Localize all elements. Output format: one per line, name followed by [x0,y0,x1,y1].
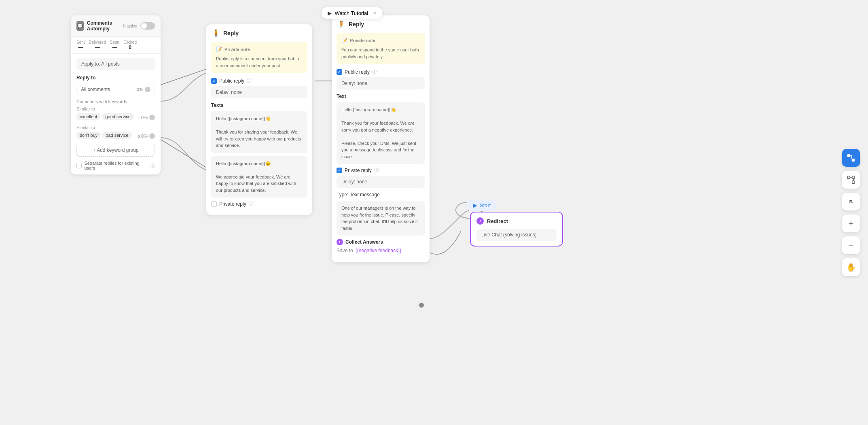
right-note-icon: 📝 [341,37,347,44]
similar-to-label-1: Similar to [76,106,155,111]
toolbar-connect-btn[interactable] [842,149,860,167]
svg-rect-3 [847,154,850,157]
add-keyword-btn[interactable]: + Add keyword group [76,144,155,157]
left-reply-title: Reply [223,30,239,36]
right-text-label: Text [332,94,430,99]
stat-sent-label: Sent [76,40,85,45]
left-private-reply-row[interactable]: Private reply ⓘ [211,201,307,207]
group2-dot-btn[interactable] [149,133,155,139]
svg-line-0 [160,69,207,85]
toggle-switch[interactable] [140,22,155,30]
toolbar-hand-btn[interactable]: ✋ [842,258,860,276]
left-reply-header: 🧍 Reply [206,24,312,42]
stat-delivered: Delivered — [89,40,106,50]
right-private-reply-row[interactable]: ✓ Private reply ⓘ [337,167,425,173]
right-private-delay-box: Delay: none [337,176,425,188]
right-private-note-box: 📝 Private note You can respond to the sa… [337,33,425,64]
start-label: Start [480,202,491,208]
panel-header-left: 💬 Comments Autoreply [76,20,123,32]
tutorial-close-btn[interactable]: × [373,10,376,16]
panel-title: Comments Autoreply [87,20,123,32]
percent-2: a 0% [138,134,148,138]
left-text-box-1[interactable]: Hello {{instagram name}}👋 Thank you for … [211,111,307,153]
right-private-note-header: 📝 Private note [341,37,420,44]
percent-dot-2: a 0% [138,133,155,139]
right-private-note-text: You can respond to the same user both pu… [341,47,419,59]
right-public-reply-checkbox[interactable]: ✓ [337,69,342,75]
all-percent-badge: 0% [137,87,143,92]
type-label: Type: [337,192,348,198]
inactive-label: Inactive [123,24,137,28]
svg-rect-9 [852,176,855,178]
tag-good-service[interactable]: good service [102,113,133,120]
right-public-reply-row[interactable]: ✓ Public reply ⓘ [337,69,425,75]
toolbar-plus-btn[interactable]: + [842,215,860,232]
all-comments-dot-btn[interactable] [145,87,150,92]
collapse-icon [847,197,855,206]
panel-stats: Sent — Delivered — Seen — Clicked 0 [71,37,161,54]
left-public-reply-checkbox[interactable]: ✓ [211,78,217,84]
svg-rect-7 [847,176,850,178]
redirect-header: ↗ Redirect [476,217,557,225]
collect-answers-header: ✦ Collect Answers [332,239,430,245]
left-public-reply-row[interactable]: ✓ Public reply ⓘ [211,78,307,84]
left-texts-label: Texts [206,102,312,108]
svg-rect-8 [852,181,855,183]
right-public-reply-section: ✓ Public reply ⓘ Delay: none [332,69,430,89]
toolbar-minus-btn[interactable]: − [842,236,860,254]
group1-dot-btn[interactable] [149,115,155,120]
svg-rect-4 [852,159,855,162]
left-delay-box: Delay: none [211,86,307,98]
keyword-group-2-row: don't buy bad service a 0% [76,132,155,140]
start-icon: ▶ [473,202,477,208]
left-private-note-header: 📝 Private note [216,46,303,53]
stat-sent-value: — [76,45,85,50]
right-private-note-title: Private note [350,37,375,44]
left-text-box-2[interactable]: Hello {{instagram name}}😊 We appreciate … [211,156,307,198]
keyword-tags-2: don't buy bad service [76,132,132,139]
keyword-tags-1: excellent good service [76,113,134,120]
right-reply-card: 🧍 Reply 📝 Private note You can respond t… [332,15,430,262]
canvas: ▶ Watch Tutorial × 💬 Comments Autoreply … [0,0,868,425]
keyword-group-1-row: excellent good service ↓ 0% [76,113,155,122]
redirect-card[interactable]: ↗ Redirect Live Chat (solving issues) [470,212,563,246]
tag-bad-service[interactable]: bad service [102,132,131,139]
collect-answers-label: Collect Answers [345,239,383,245]
right-public-reply-info: ⓘ [372,69,377,75]
type-value: Text message [350,192,380,198]
stat-seen-label: Seen [110,40,119,45]
right-reply-title: Reply [349,21,364,28]
separate-replies-info-icon: ⓘ [150,163,155,169]
left-private-reply-checkbox[interactable] [211,201,217,207]
apply-to: Apply to: All posts [76,58,155,70]
left-reply-icon: 🧍 [212,29,220,37]
save-to-row: Save to {{negative feedback}} [332,248,430,258]
stat-clicked: Clicked 0 [123,40,137,50]
left-public-reply-label: Public reply [219,78,244,84]
redirect-title: Redirect [487,218,508,224]
stat-clicked-label: Clicked [123,40,137,45]
left-reply-card: 🧍 Reply 📝 Private note Public reply is a… [206,24,312,215]
toolbar-flow-btn[interactable] [842,171,860,189]
stat-seen: Seen — [110,40,119,50]
redirect-icon: ↗ [476,217,484,225]
right-private-reply-checkbox[interactable]: ✓ [337,168,342,173]
redirect-value-box: Live Chat (solving issues) [476,229,557,241]
tag-dont-buy[interactable]: don't buy [76,132,101,139]
separate-replies-checkbox[interactable] [76,163,82,168]
play-icon: ▶ [328,10,332,16]
tag-excellent[interactable]: excellent [76,113,100,120]
right-delay-box: Delay: none [337,77,425,89]
watch-tutorial-banner[interactable]: ▶ Watch Tutorial × [322,7,382,19]
toolbar-collapse-btn[interactable] [842,193,860,210]
right-private-reply-label: Private reply [345,168,372,173]
separate-replies[interactable]: Separate replies for existing users ⓘ [76,161,155,170]
stat-delivered-label: Delivered [89,40,106,45]
right-text-content[interactable]: Hello {{instagram name}}👋 Thank you for … [337,102,425,164]
right-private-message[interactable]: One of our managers is on the way to hel… [337,201,425,236]
flow-icon [847,175,855,184]
all-comments-row[interactable]: All comments 0% [76,84,155,95]
left-private-note-box: 📝 Private note Public reply is a comment… [211,42,307,73]
left-private-reply-section: Private reply ⓘ [206,201,312,207]
toggle-wrapper[interactable]: Inactive [123,22,155,30]
